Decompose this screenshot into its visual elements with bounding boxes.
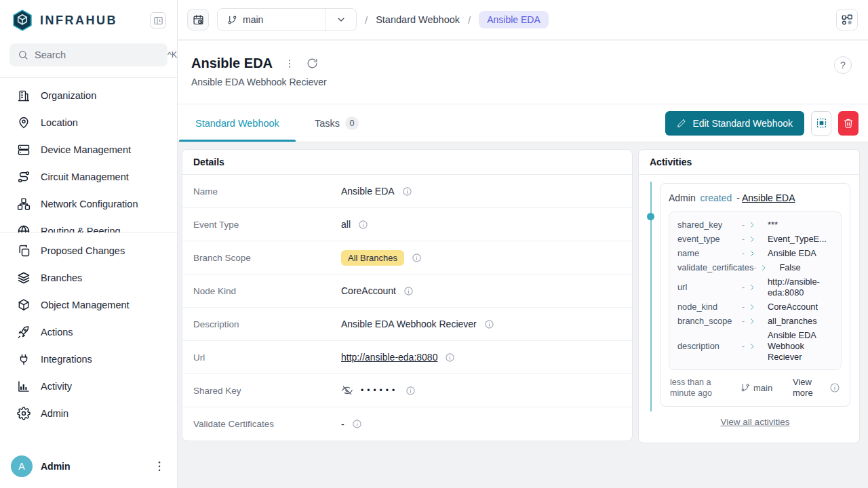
tab-tasks[interactable]: Tasks 0 xyxy=(297,104,376,142)
info-icon[interactable] xyxy=(445,352,455,363)
branch-scope-badge: All Branches xyxy=(341,250,404,266)
info-icon[interactable] xyxy=(829,382,840,393)
help-button[interactable]: ? xyxy=(834,56,852,74)
detail-row: Url http://ansible-eda:8080 xyxy=(182,341,632,374)
detail-value-text: Ansible EDA xyxy=(341,186,395,197)
detail-label: Branch Scope xyxy=(193,253,341,263)
sidebar-item-label: Circuit Management xyxy=(41,171,129,182)
page-subtitle: Ansible EDA Webhook Reciever xyxy=(191,77,852,87)
detail-value: CoreAccount xyxy=(341,285,414,296)
info-icon[interactable] xyxy=(358,220,368,230)
branch-selected: main xyxy=(218,9,325,30)
detail-value-text: - xyxy=(341,419,344,430)
activities-panel-title: Activities xyxy=(639,150,859,175)
url-link[interactable]: http://ansible-eda:8080 xyxy=(341,352,437,363)
collapse-sidebar-button[interactable] xyxy=(150,12,166,28)
sidebar-item[interactable]: Branches xyxy=(0,264,177,291)
property-new-value: all_branches xyxy=(762,316,833,327)
delete-button[interactable] xyxy=(838,111,859,136)
detail-value: - xyxy=(341,419,362,430)
secret-dots: •••••• xyxy=(361,386,398,395)
sidebar-item[interactable]: Proposed Changes xyxy=(0,237,177,264)
sidebar-item-label: Activity xyxy=(41,381,72,392)
sidebar-item-label: Actions xyxy=(41,327,73,338)
secret-value: •••••• xyxy=(341,384,398,396)
sidebar-item[interactable]: Organization xyxy=(0,82,177,109)
sidebar-item[interactable]: Network Configuration xyxy=(0,190,177,218)
sidebar-item[interactable]: Circuit Management xyxy=(0,163,177,190)
chevron-right-icon xyxy=(760,264,768,272)
property-new-value: Ansible EDA xyxy=(762,248,833,259)
infrahub-logo-icon xyxy=(11,9,34,32)
detail-value: http://ansible-eda:8080 xyxy=(341,352,455,363)
time-travel-button[interactable] xyxy=(187,9,209,30)
edit-standard-webhook-button[interactable]: Edit Standard Webhook xyxy=(665,111,804,136)
sidebar-item[interactable]: Location xyxy=(0,109,177,136)
eye-off-icon[interactable] xyxy=(341,384,353,396)
detail-label: Event Type xyxy=(193,220,341,230)
user-menu-kebab-icon[interactable] xyxy=(153,460,166,473)
sidebar-item[interactable]: Routing & Peering xyxy=(0,218,177,232)
info-icon[interactable] xyxy=(403,286,414,296)
property-change: - xyxy=(742,283,762,292)
user-row: A Admin xyxy=(0,446,177,488)
view-more-link[interactable]: View more xyxy=(793,377,824,399)
tabs-row: Standard Webhook Tasks 0 Edit Standard W… xyxy=(178,104,868,142)
tab-standard-webhook[interactable]: Standard Webhook xyxy=(178,104,297,142)
sidebar-item[interactable]: Integrations xyxy=(0,346,177,373)
info-icon[interactable] xyxy=(484,319,494,329)
activity-properties: shared_key - *** event_type - Event_Type… xyxy=(669,211,842,370)
branch-dropdown-toggle[interactable] xyxy=(325,9,356,30)
sidebar-item[interactable]: Admin xyxy=(0,400,177,427)
info-icon[interactable] xyxy=(406,386,416,396)
git-branch-icon xyxy=(741,383,750,392)
property-name: name xyxy=(677,248,742,258)
activity-property-row: event_type - Event_TypeE... xyxy=(676,232,834,246)
sidebar-item-icon xyxy=(17,325,31,339)
activity-object-link[interactable]: Ansible EDA xyxy=(742,192,795,203)
info-icon[interactable] xyxy=(402,186,412,197)
chevron-right-icon xyxy=(748,317,756,325)
git-branch-icon xyxy=(227,15,237,25)
sidebar-item-label: Organization xyxy=(41,90,96,101)
sidebar-nav-group-2: Proposed Changes Branches Object Managem… xyxy=(0,233,177,427)
tab-label: Tasks xyxy=(315,118,340,129)
breadcrumb-parent[interactable]: Standard Webhook xyxy=(376,14,460,25)
trash-icon xyxy=(843,118,854,129)
search-box[interactable]: ^K xyxy=(9,43,167,66)
activity-branch-name: main xyxy=(753,383,772,393)
sidebar-item[interactable]: Actions xyxy=(0,319,177,346)
activity-title: Admin created - Ansible EDA xyxy=(669,191,842,205)
activities-body: Admin created - Ansible EDA shared_key -… xyxy=(639,175,859,443)
sidebar-item[interactable]: Object Management xyxy=(0,291,177,319)
sidebar-item-label: Object Management xyxy=(41,300,130,310)
activity-title-separator: - xyxy=(736,192,740,203)
sidebar-item-icon xyxy=(17,143,31,157)
sidebar-nav-group-1: Organization Location Device Management … xyxy=(0,78,177,232)
property-change: - xyxy=(753,263,774,272)
property-new-value: *** xyxy=(762,220,833,230)
search-input[interactable] xyxy=(35,49,161,60)
page-title: Ansible EDA xyxy=(191,56,273,71)
activity-property-row: node_kind - CoreAccount xyxy=(676,300,834,314)
sidebar-item-icon xyxy=(17,380,31,393)
manage-object-button[interactable] xyxy=(811,111,831,136)
sidebar-item-icon xyxy=(17,407,31,420)
breadcrumb-current[interactable]: Ansible EDA xyxy=(479,11,549,28)
view-all-activities-link[interactable]: View all activities xyxy=(721,417,790,427)
info-icon[interactable] xyxy=(352,419,362,429)
sidebar-item-label: Proposed Changes xyxy=(41,245,125,256)
schema-button[interactable] xyxy=(836,9,858,30)
sidebar-item[interactable]: Device Management xyxy=(0,136,177,163)
detail-row: Name Ansible EDA xyxy=(182,175,632,208)
box-select-icon xyxy=(816,117,827,129)
sidebar-item[interactable]: Activity xyxy=(0,373,177,400)
refresh-icon[interactable] xyxy=(307,58,318,69)
branch-selector[interactable]: main xyxy=(217,8,357,31)
property-old-value: - xyxy=(753,263,756,272)
title-kebab-icon[interactable] xyxy=(284,58,295,69)
info-icon[interactable] xyxy=(412,253,422,263)
pencil-icon xyxy=(677,119,686,128)
tab-label: Standard Webhook xyxy=(195,118,279,129)
property-change: - xyxy=(742,220,762,230)
